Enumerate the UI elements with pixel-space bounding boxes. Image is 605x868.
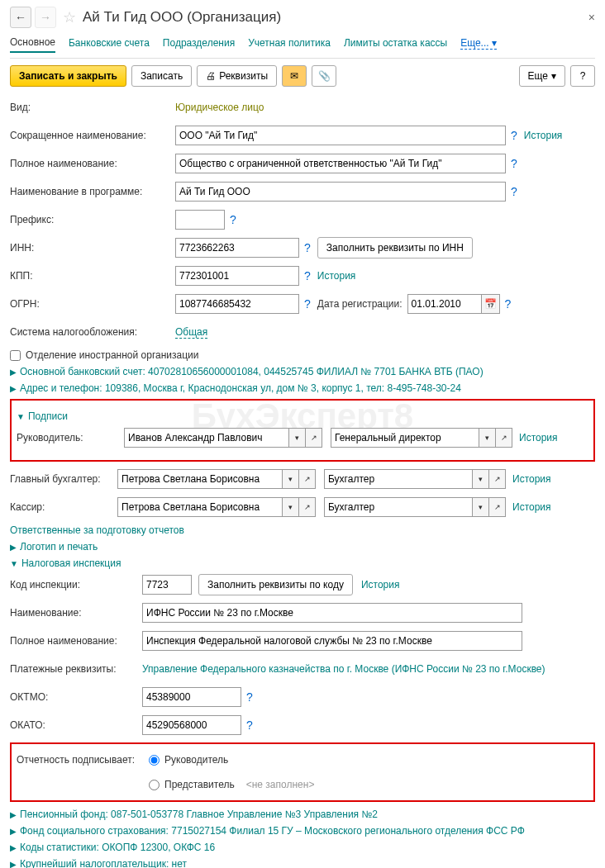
tax-system-link[interactable]: Общая <box>175 326 207 339</box>
dropdown-icon[interactable]: ▾ <box>289 428 306 448</box>
prog-name-label: Наименование в программе: <box>10 186 175 197</box>
signatures-section[interactable]: ▼ Подписи <box>17 410 588 422</box>
tax-inspection-label: Налоговая инспекция <box>21 557 121 569</box>
requisites-button[interactable]: 🖨 Реквизиты <box>197 65 277 87</box>
history-link[interactable]: История <box>512 501 551 513</box>
open-icon[interactable]: ↗ <box>489 469 506 489</box>
open-icon[interactable]: ↗ <box>299 497 316 517</box>
open-icon[interactable]: ↗ <box>489 497 506 517</box>
dropdown-icon[interactable]: ▾ <box>473 497 489 517</box>
help-icon[interactable]: ? <box>230 213 236 226</box>
more-button[interactable]: Еще ▾ <box>519 65 565 87</box>
help-icon[interactable]: ? <box>246 719 253 732</box>
help-icon[interactable]: ? <box>304 297 311 311</box>
signer-label: Отчетность подписывает: <box>17 754 149 766</box>
page-title: Ай Ти Гид ООО (Организация) <box>83 9 281 26</box>
chevron-down-icon: ▼ <box>10 559 18 568</box>
head-name-input[interactable] <box>124 428 289 448</box>
tab-limits[interactable]: Лимиты остатка кассы <box>344 34 447 52</box>
reg-date-input[interactable] <box>407 294 482 314</box>
chevron-right-icon: ▶ <box>10 860 17 869</box>
history-link[interactable]: История <box>361 579 400 591</box>
prefix-input[interactable] <box>175 210 225 230</box>
fill-by-inn-button[interactable]: Заполнить реквизиты по ИНН <box>317 237 473 259</box>
payment-details-label: Платежные реквизиты: <box>10 663 142 675</box>
help-icon[interactable]: ? <box>505 297 512 311</box>
accountant-name-input[interactable] <box>117 469 283 489</box>
dropdown-icon[interactable]: ▾ <box>479 428 496 448</box>
history-link[interactable]: История <box>524 130 563 141</box>
signer-head-radio[interactable] <box>149 755 160 766</box>
ogrn-input[interactable] <box>175 294 299 314</box>
kpp-input[interactable] <box>175 266 299 286</box>
code-input[interactable] <box>142 575 192 595</box>
kind-value: Юридическое лицо <box>175 102 264 113</box>
tax-name-input[interactable] <box>142 603 522 623</box>
save-close-button[interactable]: Записать и закрыть <box>10 65 126 87</box>
history-link[interactable]: История <box>317 270 356 282</box>
bank-account-row[interactable]: ▶ Основной банковский счет: 407028106560… <box>10 366 595 377</box>
responsible-link[interactable]: Ответственные за подготовку отчетов <box>10 524 184 536</box>
help-icon[interactable]: ? <box>511 129 517 142</box>
foreign-branch-checkbox[interactable] <box>10 350 21 361</box>
cashier-pos-input[interactable] <box>324 497 473 517</box>
fill-by-code-button[interactable]: Заполнить реквизиты по коду <box>198 574 353 595</box>
payment-details-link[interactable]: Управление Федерального казначейства по … <box>142 663 545 675</box>
head-label: Руководитель: <box>17 432 124 443</box>
dropdown-icon[interactable]: ▾ <box>473 469 489 489</box>
tab-main[interactable]: Основное <box>10 33 55 53</box>
help-icon[interactable]: ? <box>511 157 517 170</box>
bank-account-text: Основной банковский счет: 40702810656000… <box>20 366 484 377</box>
tax-full-name-input[interactable] <box>142 631 522 651</box>
tab-policy[interactable]: Учетная политика <box>248 34 331 52</box>
pension-row[interactable]: ▶ Пенсионный фонд: 087-501-053778 Главно… <box>10 809 595 820</box>
open-icon[interactable]: ↗ <box>306 428 322 448</box>
logo-section[interactable]: ▶ Логотип и печать <box>10 541 595 553</box>
tab-more[interactable]: Еще... ▾ <box>460 37 497 50</box>
short-name-input[interactable] <box>175 126 506 145</box>
stat-text: Коды статистики: ОКОПФ 12300, ОКФС 16 <box>20 842 215 853</box>
kind-label: Вид: <box>10 102 175 113</box>
largest-text: Крупнейший налогоплательщик: нет <box>20 858 187 868</box>
close-icon[interactable]: × <box>588 11 595 24</box>
accountant-pos-input[interactable] <box>324 469 473 489</box>
largest-row[interactable]: ▶ Крупнейший налогоплательщик: нет <box>10 858 595 868</box>
prog-name-input[interactable] <box>175 182 506 202</box>
history-link[interactable]: История <box>512 473 551 485</box>
oktmo-input[interactable] <box>142 687 241 707</box>
head-pos-input[interactable] <box>331 428 479 448</box>
help-icon[interactable]: ? <box>246 690 253 704</box>
tax-inspection-section[interactable]: ▼ Налоговая инспекция <box>10 557 595 569</box>
open-icon[interactable]: ↗ <box>496 428 512 448</box>
attach-button[interactable]: 📎 <box>312 65 336 87</box>
fss-text: Фонд социального страхования: 7715027154… <box>20 825 525 837</box>
address-row[interactable]: ▶ Адрес и телефон: 109386, Москва г, Кра… <box>10 382 595 394</box>
calendar-icon[interactable]: 📅 <box>482 294 500 314</box>
history-link[interactable]: История <box>519 432 558 443</box>
tab-dept[interactable]: Подразделения <box>163 34 235 52</box>
forward-button[interactable]: → <box>35 7 56 28</box>
help-button[interactable]: ? <box>570 65 595 87</box>
okato-input[interactable] <box>142 715 241 735</box>
help-icon[interactable]: ? <box>304 241 311 254</box>
dropdown-icon[interactable]: ▾ <box>283 469 299 489</box>
open-icon[interactable]: ↗ <box>299 469 316 489</box>
help-icon[interactable]: ? <box>511 185 517 198</box>
reg-date-label: Дата регистрации: <box>317 298 403 310</box>
chevron-right-icon: ▶ <box>10 843 17 852</box>
dropdown-icon[interactable]: ▾ <box>283 497 299 517</box>
mail-button[interactable]: ✉ <box>282 65 307 87</box>
favorite-icon[interactable]: ☆ <box>63 8 76 26</box>
stat-row[interactable]: ▶ Коды статистики: ОКОПФ 12300, ОКФС 16 <box>10 842 595 853</box>
fss-row[interactable]: ▶ Фонд социального страхования: 77150271… <box>10 825 595 837</box>
save-button[interactable]: Записать <box>131 65 192 87</box>
help-icon[interactable]: ? <box>304 269 311 282</box>
cashier-name-input[interactable] <box>117 497 283 517</box>
signer-rep-radio[interactable] <box>149 780 160 790</box>
back-button[interactable]: ← <box>10 7 31 28</box>
short-name-label: Сокращенное наименование: <box>10 130 175 141</box>
tab-bank[interactable]: Банковские счета <box>69 34 150 52</box>
full-name-input[interactable] <box>175 154 506 173</box>
ogrn-label: ОГРН: <box>10 298 175 310</box>
inn-input[interactable] <box>175 238 299 258</box>
